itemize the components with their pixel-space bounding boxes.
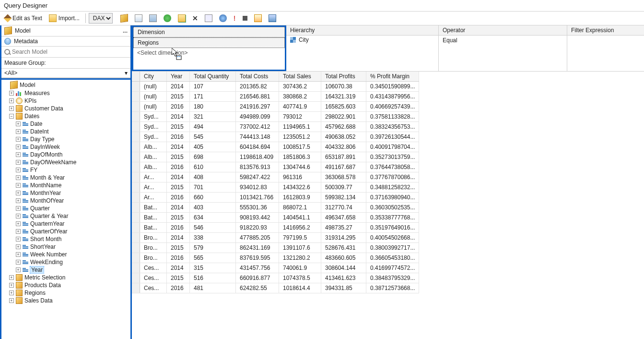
expand-toggle[interactable]: + — [16, 175, 21, 180]
cell[interactable]: 2014 — [167, 263, 190, 273]
hierarchy-value[interactable]: City — [299, 36, 309, 43]
expand-toggle[interactable]: + — [16, 214, 21, 218]
cell[interactable]: (null) — [140, 102, 167, 112]
cell[interactable]: 1391107.6 — [279, 243, 321, 253]
cell[interactable]: 2015 — [167, 273, 190, 283]
cell[interactable]: Alb... — [140, 152, 167, 162]
cell[interactable]: 0.38003992717... — [366, 243, 419, 253]
cell[interactable]: 408 — [190, 172, 236, 182]
cell[interactable]: 0.37581133828... — [366, 112, 419, 122]
expand-toggle[interactable]: + — [16, 121, 21, 126]
toolbar-btn-11[interactable] — [251, 13, 265, 24]
tree-attribute[interactable]: DayOfMonth — [30, 151, 62, 158]
cell[interactable]: 701 — [190, 182, 236, 193]
cell[interactable]: 0.40669257439... — [366, 102, 419, 112]
row-header[interactable] — [132, 152, 140, 162]
row-header[interactable] — [132, 263, 140, 273]
tree-attribute[interactable]: WeekEnding — [30, 259, 63, 266]
cell[interactable]: 2015 — [167, 152, 190, 162]
cell[interactable]: 813576.913 — [236, 162, 279, 172]
cell[interactable]: 1416956.2 — [279, 223, 321, 233]
expand-toggle[interactable]: + — [9, 283, 14, 288]
cell[interactable]: 0.35273013759... — [366, 152, 419, 162]
table-row[interactable]: Ar...2014408598247.422961316363068.5780.… — [132, 172, 419, 182]
tree-attribute[interactable]: Year — [30, 266, 44, 273]
tree-regions[interactable]: Regions — [24, 290, 46, 296]
cell[interactable]: 494 — [190, 122, 236, 132]
tree-sales[interactable]: Sales Data — [24, 297, 53, 304]
table-row[interactable]: Syd...2015494737002.4121194965.1457962.6… — [132, 122, 419, 132]
tree-attribute[interactable]: DayOfWeekName — [30, 159, 76, 166]
cell[interactable]: 1851806.3 — [279, 152, 321, 162]
cell[interactable]: 862431.169 — [236, 243, 279, 253]
expand-toggle[interactable]: + — [16, 145, 21, 149]
row-header[interactable] — [132, 213, 140, 223]
expand-toggle[interactable]: + — [9, 106, 14, 111]
cell[interactable]: 2016 — [167, 102, 190, 112]
tree-dates[interactable]: Dates — [24, 113, 39, 120]
operator-value[interactable]: Equal — [439, 36, 567, 45]
cell[interactable]: 797199.5 — [279, 233, 321, 243]
results-grid[interactable]: CityYearTotal QuantityTotal CostsTotal S… — [132, 72, 644, 339]
toolbar-btn-9[interactable]: ! — [231, 13, 239, 24]
expand-toggle[interactable]: + — [16, 183, 21, 188]
cell[interactable]: 565 — [190, 253, 236, 263]
tree-attribute[interactable]: Week Number — [30, 251, 67, 258]
row-header[interactable] — [132, 92, 140, 102]
cell[interactable]: 1194965.1 — [279, 122, 321, 132]
cell[interactable]: 653187.891 — [321, 152, 366, 162]
cell[interactable]: 0.40091798704... — [366, 142, 419, 152]
cell[interactable]: 394331.85 — [321, 283, 366, 293]
cell[interactable]: 0.35338777768... — [366, 213, 419, 223]
expand-toggle[interactable]: + — [16, 129, 21, 134]
tree-customer[interactable]: Customer Data — [24, 105, 63, 112]
cell[interactable]: 934012.83 — [236, 182, 279, 193]
tree-attribute[interactable]: Quarter — [30, 205, 50, 212]
cell[interactable]: 1198618.409 — [236, 152, 279, 162]
cell[interactable]: 1612803.9 — [279, 193, 321, 203]
cell[interactable]: 308604.144 — [321, 263, 366, 273]
table-row[interactable]: Bro...2016565837619.5951321280.2483660.6… — [132, 253, 419, 263]
column-header[interactable]: Total Sales — [279, 72, 321, 82]
language-select[interactable]: DAX — [89, 13, 113, 24]
table-row[interactable]: (null)2015171216546.881380868.2164321.31… — [132, 92, 419, 102]
cell[interactable]: 403 — [190, 203, 236, 213]
cell[interactable]: Alb... — [140, 142, 167, 152]
cell[interactable]: 496347.658 — [321, 213, 366, 223]
tree-kpis[interactable]: KPIs — [24, 97, 36, 104]
cell[interactable]: 498735.27 — [321, 223, 366, 233]
cell[interactable]: 2016 — [167, 253, 190, 263]
table-row[interactable]: Syd...2016545744413.1481235051.2490638.0… — [132, 132, 419, 142]
cell[interactable]: 555301.36 — [236, 203, 279, 213]
cell[interactable]: 2015 — [167, 92, 190, 102]
toolbar-btn-8[interactable] — [216, 13, 230, 24]
row-header[interactable] — [132, 112, 140, 122]
table-row[interactable]: Alb...2016610813576.9131304744.6491167.6… — [132, 162, 419, 172]
tree-attribute[interactable]: DayInWeek — [30, 144, 60, 150]
tree-attribute[interactable]: Short Month — [30, 236, 61, 242]
cell[interactable]: 1404541.1 — [279, 213, 321, 223]
row-header[interactable] — [132, 122, 140, 132]
cell[interactable]: 407741.9 — [279, 102, 321, 112]
tree-attribute[interactable]: Date — [30, 121, 42, 127]
cell[interactable]: 164321.319 — [321, 92, 366, 102]
cell[interactable]: 106070.38 — [321, 82, 366, 92]
cell[interactable]: 363068.578 — [321, 172, 366, 182]
cell[interactable]: 744413.148 — [236, 132, 279, 142]
cell[interactable]: 338 — [190, 233, 236, 243]
row-header[interactable] — [132, 82, 140, 92]
cell[interactable]: Bro... — [140, 253, 167, 263]
cell[interactable]: Bat... — [140, 203, 167, 213]
cell[interactable]: 2016 — [167, 283, 190, 293]
cell[interactable]: Syd... — [140, 112, 167, 122]
tree-metric[interactable]: Metric Selection — [24, 274, 65, 281]
expand-toggle[interactable]: + — [16, 152, 21, 157]
toolbar-btn-4[interactable] — [161, 13, 174, 24]
cell[interactable]: 545 — [190, 132, 236, 142]
cell[interactable]: 490638.052 — [321, 132, 366, 142]
cell[interactable]: 180 — [190, 102, 236, 112]
cell[interactable]: 321 — [190, 112, 236, 122]
table-row[interactable]: Bat...2014403555301.36868072.1312770.740… — [132, 203, 419, 213]
cell[interactable]: 0.41699774572... — [366, 263, 419, 273]
cell[interactable]: 740061.9 — [279, 263, 321, 273]
